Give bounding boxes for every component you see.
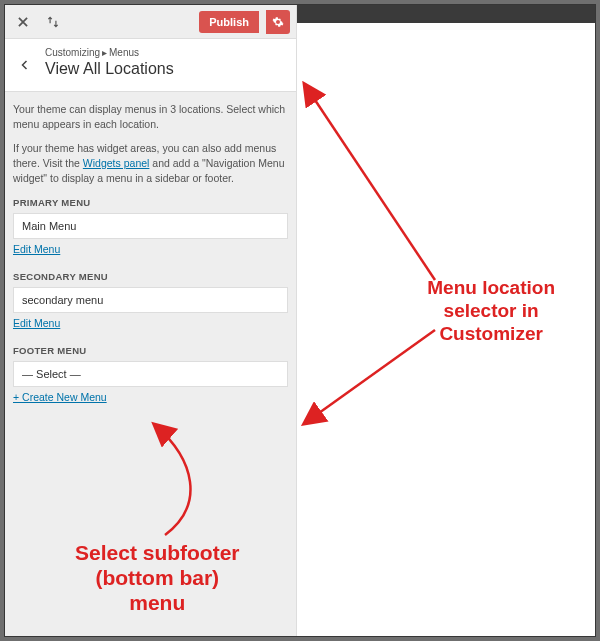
panel-header: Customizing▸Menus View All Locations	[5, 39, 296, 92]
page-title: View All Locations	[45, 60, 174, 78]
preview-chrome-bar	[297, 5, 595, 23]
widgets-panel-link[interactable]: Widgets panel	[83, 157, 150, 169]
edit-primary-menu-link[interactable]: Edit Menu	[13, 243, 60, 255]
device-toggle-icon[interactable]	[41, 10, 65, 34]
annotation-menu-location: Menu location selector in Customizer	[427, 277, 555, 345]
back-button[interactable]	[13, 49, 37, 81]
secondary-menu-select[interactable]: secondary menu	[13, 287, 288, 313]
annotation-subfooter: Select subfooter (bottom bar) menu	[75, 540, 240, 616]
primary-menu-select[interactable]: Main Menu	[13, 213, 288, 239]
close-icon[interactable]	[11, 10, 35, 34]
breadcrumb: Customizing▸Menus	[45, 47, 174, 58]
edit-secondary-menu-link[interactable]: Edit Menu	[13, 317, 60, 329]
primary-menu-label: PRIMARY MENU	[13, 197, 288, 208]
footer-menu-label: FOOTER MENU	[13, 345, 288, 356]
panel-body: Your theme can display menus in 3 locati…	[5, 92, 296, 415]
intro-paragraph-2: If your theme has widget areas, you can …	[13, 141, 288, 185]
customizer-topbar: Publish	[5, 5, 296, 39]
footer-menu-select[interactable]: — Select —	[13, 361, 288, 387]
publish-settings-button[interactable]	[266, 10, 290, 34]
create-new-menu-link[interactable]: + Create New Menu	[13, 391, 107, 403]
intro-paragraph-1: Your theme can display menus in 3 locati…	[13, 102, 288, 131]
secondary-menu-label: SECONDARY MENU	[13, 271, 288, 282]
publish-button[interactable]: Publish	[199, 11, 259, 33]
app-frame: Publish Customizing▸Menus View All Locat…	[4, 4, 596, 637]
